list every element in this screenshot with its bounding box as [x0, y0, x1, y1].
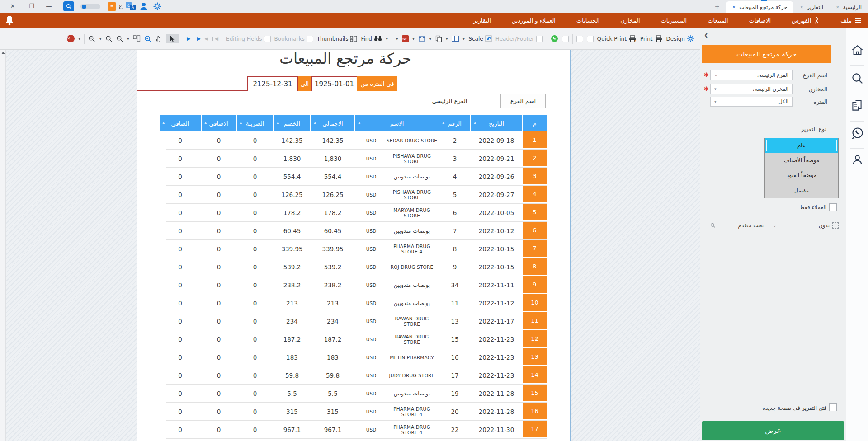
header-net[interactable]: ▲الصافي	[160, 115, 201, 131]
close-tab-icon[interactable]: ✕	[800, 5, 803, 9]
collapse-panel-icon[interactable]: ❯	[704, 32, 709, 38]
minimize-window-icon[interactable]: —	[45, 3, 52, 10]
period-select[interactable]: الكل▾	[710, 97, 793, 107]
report-type-by-entries[interactable]: موضحاً القيود	[765, 168, 838, 183]
warehouse-select[interactable]: المخزن الرئيسى▾	[710, 84, 793, 94]
menu-warehouses[interactable]: المخازن	[620, 17, 640, 24]
close-tab-icon[interactable]: ✕	[732, 5, 736, 9]
nav-first-icon[interactable]: ▶	[187, 36, 193, 41]
discount-cell: 238.2	[274, 276, 310, 294]
dropdown-caret-icon[interactable]: ▼	[429, 37, 431, 41]
print-button[interactable]: Print	[640, 35, 663, 42]
menubar: ملف الفهرس الاضافات المبيعات المشتريات ا…	[0, 13, 868, 28]
vertical-scrollbar[interactable]	[0, 50, 6, 441]
bell-icon[interactable]	[5, 15, 14, 26]
header-number[interactable]: ▲الرقم	[439, 115, 470, 131]
table-row: 172022-11-3022USDPHARMA DRUG STORE 4967.…	[166, 421, 547, 439]
reports-pages-icon[interactable]	[851, 99, 863, 112]
menu-customers-suppliers[interactable]: العملاء و الموردين	[512, 17, 556, 24]
dropdown-caret-icon[interactable]: ▼	[99, 37, 101, 41]
name-cell: USDPISHAWA DRUG STORE	[355, 186, 439, 203]
dropdown-caret-icon[interactable]: ▼	[78, 37, 80, 41]
dropdown-caret-icon[interactable]: ▼	[446, 37, 448, 41]
panel-title: حركة مرتجع المبيعات	[702, 45, 831, 63]
design-button[interactable]: Design	[666, 35, 694, 42]
header-discount[interactable]: ▲الخصم	[274, 115, 310, 131]
search-icon[interactable]	[851, 72, 863, 84]
currency-label: USD	[356, 409, 386, 414]
editing-fields-icon	[264, 36, 271, 42]
user-icon[interactable]	[851, 154, 863, 166]
without-dropdown[interactable]: بدون ⌄	[773, 220, 839, 230]
header-index[interactable]: م	[523, 115, 547, 131]
header-date[interactable]: ▲التاريخ	[471, 115, 522, 131]
scroll-up-icon[interactable]	[1, 52, 5, 54]
dropdown-caret-icon[interactable]: ▼	[127, 37, 129, 41]
tab-sales-return-movement[interactable]: حركة مرتجع المبيعات ✕	[726, 1, 794, 13]
menu-sales[interactable]: المبيعات	[708, 17, 728, 24]
tab-home[interactable]: الرئيسية ✕	[830, 1, 868, 13]
header-tax[interactable]: ▲الضريبة	[237, 115, 273, 131]
open-new-page-checkbox[interactable]	[829, 403, 837, 411]
dropdown-caret-icon[interactable]: ▼	[396, 37, 398, 41]
report-type-detailed[interactable]: مفصل	[765, 183, 838, 198]
zoom-out-icon[interactable]	[116, 35, 123, 42]
header-extra[interactable]: ▲الاضافي	[202, 115, 236, 131]
header-name[interactable]: ▲الاسم	[355, 115, 439, 131]
show-report-button[interactable]: عرض	[702, 421, 844, 440]
menu-purchases[interactable]: المشتريات	[661, 17, 687, 24]
report-type-by-items[interactable]: موضحاً الأصناف	[765, 153, 838, 168]
theme-toggle[interactable]	[80, 4, 100, 9]
menu-file[interactable]: ملف	[840, 17, 862, 24]
menu-addons[interactable]: الاضافات	[749, 17, 771, 24]
row-index-cell: 12	[523, 330, 547, 347]
tab-label: الرئيسية	[843, 4, 862, 10]
customers-only-checkbox[interactable]	[829, 203, 837, 211]
dropdown-caret-icon[interactable]: ▼	[412, 37, 415, 41]
magnifier-icon[interactable]	[105, 35, 113, 42]
search-icon[interactable]	[63, 1, 74, 11]
dropdown-caret-icon[interactable]: ▼	[462, 37, 465, 41]
dropdown-caret-icon[interactable]: ▼	[386, 37, 388, 41]
new-tab-button[interactable]: +	[715, 3, 720, 10]
user-icon[interactable]	[139, 2, 148, 11]
whatsapp-icon[interactable]	[851, 127, 864, 139]
zoom-in-icon[interactable]	[88, 35, 95, 42]
list-icon[interactable]: ≡	[108, 2, 116, 11]
page-setup-icon[interactable]	[418, 35, 425, 42]
menu-accounts[interactable]: الحسابات	[576, 17, 599, 24]
stop-icon[interactable]: ✕	[67, 35, 75, 42]
report-type-general[interactable]: عام	[765, 138, 838, 153]
close-window-icon[interactable]: ✕	[9, 3, 16, 10]
select-cursor-icon[interactable]	[166, 34, 179, 43]
report-title: حركة مرتجع المبيعات	[137, 50, 553, 67]
menu-reports[interactable]: التقارير	[473, 17, 491, 24]
scale-button[interactable]: Scale	[468, 35, 491, 42]
home-icon[interactable]	[851, 44, 863, 56]
tab-reports[interactable]: التقارير ✕	[793, 1, 830, 13]
multiple-pages-icon[interactable]	[133, 35, 141, 42]
thumbnails-button[interactable]: Thumbnails	[317, 36, 358, 42]
row-index-cell: 13	[523, 348, 547, 365]
net-cell: 0	[160, 403, 201, 420]
restore-window-icon[interactable]: ❐	[28, 3, 35, 10]
translate-icon[interactable]: عA	[126, 2, 137, 11]
advanced-search-input[interactable]: بحث متقدم	[710, 220, 764, 230]
row-index-cell: 8	[523, 258, 547, 275]
header-total[interactable]: ▲الاجمالي	[311, 115, 354, 131]
watermark-grid-icon[interactable]	[452, 36, 459, 42]
close-tab-icon[interactable]: ✕	[836, 5, 840, 9]
gear-icon[interactable]	[153, 2, 162, 11]
export-pdf-icon[interactable]: PDF	[402, 35, 409, 42]
hand-tool-icon[interactable]	[155, 35, 162, 42]
sort-asc-icon: ▲	[314, 121, 316, 125]
zoom-page-icon[interactable]	[144, 35, 151, 42]
menu-index[interactable]: الفهرس	[792, 17, 820, 24]
find-button[interactable]: Find	[361, 36, 382, 42]
branch-select[interactable]: الفرع الرئيسى⌄	[710, 70, 793, 80]
quick-print-button[interactable]: Quick Print	[597, 35, 637, 42]
copy-page-icon[interactable]	[435, 35, 442, 42]
nav-next-icon[interactable]: ▶	[197, 36, 201, 41]
customer-name: بونصات مندوبين	[386, 282, 438, 288]
whatsapp-icon[interactable]	[551, 35, 558, 42]
